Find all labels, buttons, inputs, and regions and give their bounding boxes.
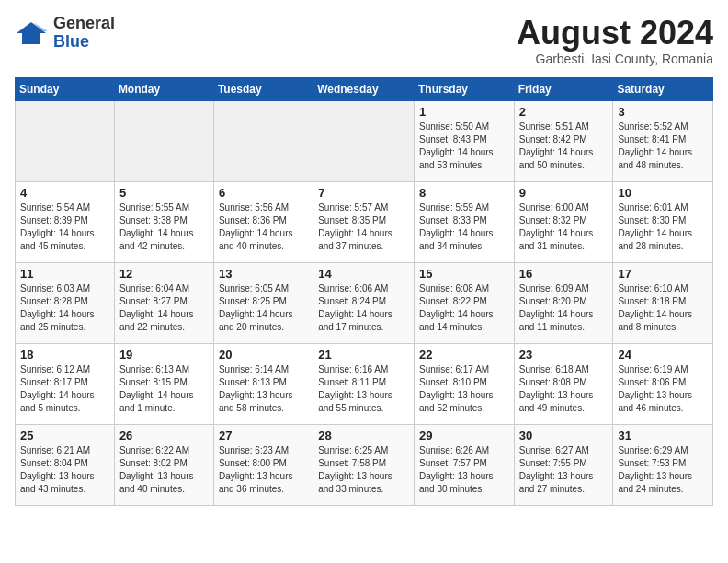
day-number: 18 [20, 348, 109, 362]
weekday-wednesday: Wednesday [313, 77, 415, 100]
calendar-cell: 31Sunrise: 6:29 AM Sunset: 7:53 PM Dayli… [613, 424, 713, 505]
page-header: General Blue August 2024 Garbesti, Iasi … [15, 15, 713, 66]
day-number: 15 [419, 267, 509, 281]
day-info: Sunrise: 6:22 AM Sunset: 8:02 PM Dayligh… [119, 444, 209, 496]
day-number: 2 [519, 105, 609, 119]
day-info: Sunrise: 6:18 AM Sunset: 8:08 PM Dayligh… [519, 363, 609, 415]
logo-general-text: General [53, 14, 115, 32]
day-number: 11 [20, 267, 109, 281]
day-info: Sunrise: 6:03 AM Sunset: 8:28 PM Dayligh… [20, 282, 109, 334]
day-info: Sunrise: 5:54 AM Sunset: 8:39 PM Dayligh… [20, 201, 109, 253]
calendar-cell: 10Sunrise: 6:01 AM Sunset: 8:30 PM Dayli… [613, 181, 713, 262]
day-info: Sunrise: 6:19 AM Sunset: 8:06 PM Dayligh… [618, 363, 708, 415]
day-number: 28 [318, 429, 409, 442]
calendar-cell [213, 100, 313, 181]
weekday-friday: Friday [514, 77, 613, 100]
calendar-cell: 2Sunrise: 5:51 AM Sunset: 8:42 PM Daylig… [514, 100, 613, 181]
weekday-tuesday: Tuesday [213, 77, 313, 100]
calendar-cell: 24Sunrise: 6:19 AM Sunset: 8:06 PM Dayli… [613, 343, 713, 424]
week-row-3: 11Sunrise: 6:03 AM Sunset: 8:28 PM Dayli… [16, 262, 713, 343]
day-info: Sunrise: 6:05 AM Sunset: 8:25 PM Dayligh… [219, 282, 308, 334]
day-info: Sunrise: 5:55 AM Sunset: 8:38 PM Dayligh… [119, 201, 209, 253]
weekday-sunday: Sunday [16, 77, 115, 100]
week-row-4: 18Sunrise: 6:12 AM Sunset: 8:17 PM Dayli… [16, 343, 713, 424]
day-number: 5 [119, 186, 209, 200]
day-number: 1 [419, 105, 509, 119]
day-info: Sunrise: 6:21 AM Sunset: 8:04 PM Dayligh… [20, 444, 109, 496]
calendar-cell [114, 100, 213, 181]
day-info: Sunrise: 5:59 AM Sunset: 8:33 PM Dayligh… [419, 201, 509, 253]
calendar-cell: 30Sunrise: 6:27 AM Sunset: 7:55 PM Dayli… [514, 424, 613, 505]
day-info: Sunrise: 5:50 AM Sunset: 8:43 PM Dayligh… [419, 121, 509, 172]
day-number: 27 [219, 429, 308, 442]
day-number: 17 [618, 267, 708, 281]
calendar-cell [313, 100, 415, 181]
day-number: 22 [419, 348, 509, 362]
calendar-cell: 6Sunrise: 5:56 AM Sunset: 8:36 PM Daylig… [213, 181, 313, 262]
calendar-cell: 13Sunrise: 6:05 AM Sunset: 8:25 PM Dayli… [213, 262, 313, 343]
day-number: 21 [318, 348, 409, 362]
day-number: 30 [519, 429, 609, 442]
day-number: 12 [119, 267, 209, 281]
day-info: Sunrise: 5:57 AM Sunset: 8:35 PM Dayligh… [318, 201, 409, 253]
day-info: Sunrise: 6:13 AM Sunset: 8:15 PM Dayligh… [119, 363, 209, 415]
calendar-cell: 28Sunrise: 6:25 AM Sunset: 7:58 PM Dayli… [313, 424, 415, 505]
calendar-cell: 26Sunrise: 6:22 AM Sunset: 8:02 PM Dayli… [114, 424, 213, 505]
day-info: Sunrise: 6:17 AM Sunset: 8:10 PM Dayligh… [419, 363, 509, 415]
calendar-cell: 21Sunrise: 6:16 AM Sunset: 8:11 PM Dayli… [313, 343, 415, 424]
calendar-cell: 7Sunrise: 5:57 AM Sunset: 8:35 PM Daylig… [313, 181, 415, 262]
calendar-table: SundayMondayTuesdayWednesdayThursdayFrid… [15, 77, 713, 506]
calendar-cell: 29Sunrise: 6:26 AM Sunset: 7:57 PM Dayli… [414, 424, 514, 505]
week-row-2: 4Sunrise: 5:54 AM Sunset: 8:39 PM Daylig… [16, 181, 713, 262]
calendar-subtitle: Garbesti, Iasi County, Romania [517, 52, 713, 66]
day-info: Sunrise: 6:00 AM Sunset: 8:32 PM Dayligh… [519, 201, 609, 253]
day-number: 14 [318, 267, 409, 281]
calendar-cell: 23Sunrise: 6:18 AM Sunset: 8:08 PM Dayli… [514, 343, 613, 424]
logo-icon [15, 20, 48, 46]
calendar-cell: 8Sunrise: 5:59 AM Sunset: 8:33 PM Daylig… [414, 181, 514, 262]
title-area: August 2024 Garbesti, Iasi County, Roman… [517, 15, 713, 66]
day-number: 24 [618, 348, 708, 362]
logo-blue-text: Blue [53, 32, 89, 51]
calendar-cell: 19Sunrise: 6:13 AM Sunset: 8:15 PM Dayli… [114, 343, 213, 424]
day-number: 19 [119, 348, 209, 362]
week-row-1: 1Sunrise: 5:50 AM Sunset: 8:43 PM Daylig… [16, 100, 713, 181]
calendar-cell: 3Sunrise: 5:52 AM Sunset: 8:41 PM Daylig… [613, 100, 713, 181]
day-number: 9 [519, 186, 609, 200]
day-info: Sunrise: 5:51 AM Sunset: 8:42 PM Dayligh… [519, 121, 609, 172]
day-number: 23 [519, 348, 609, 362]
day-info: Sunrise: 6:04 AM Sunset: 8:27 PM Dayligh… [119, 282, 209, 334]
day-info: Sunrise: 6:06 AM Sunset: 8:24 PM Dayligh… [318, 282, 409, 334]
day-number: 10 [618, 186, 708, 200]
day-info: Sunrise: 6:14 AM Sunset: 8:13 PM Dayligh… [219, 363, 308, 415]
day-info: Sunrise: 6:23 AM Sunset: 8:00 PM Dayligh… [219, 444, 308, 496]
day-number: 7 [318, 186, 409, 200]
calendar-cell: 9Sunrise: 6:00 AM Sunset: 8:32 PM Daylig… [514, 181, 613, 262]
calendar-cell: 1Sunrise: 5:50 AM Sunset: 8:43 PM Daylig… [414, 100, 514, 181]
day-info: Sunrise: 6:26 AM Sunset: 7:57 PM Dayligh… [419, 444, 509, 496]
day-number: 16 [519, 267, 609, 281]
calendar-cell: 16Sunrise: 6:09 AM Sunset: 8:20 PM Dayli… [514, 262, 613, 343]
weekday-saturday: Saturday [613, 77, 713, 100]
logo: General Blue [15, 15, 115, 52]
day-number: 3 [618, 105, 708, 119]
day-number: 26 [119, 429, 209, 442]
calendar-cell: 27Sunrise: 6:23 AM Sunset: 8:00 PM Dayli… [213, 424, 313, 505]
calendar-cell: 11Sunrise: 6:03 AM Sunset: 8:28 PM Dayli… [16, 262, 115, 343]
week-row-5: 25Sunrise: 6:21 AM Sunset: 8:04 PM Dayli… [16, 424, 713, 505]
calendar-cell: 15Sunrise: 6:08 AM Sunset: 8:22 PM Dayli… [414, 262, 514, 343]
calendar-cell: 25Sunrise: 6:21 AM Sunset: 8:04 PM Dayli… [16, 424, 115, 505]
calendar-cell: 20Sunrise: 6:14 AM Sunset: 8:13 PM Dayli… [213, 343, 313, 424]
weekday-monday: Monday [114, 77, 213, 100]
day-number: 25 [20, 429, 109, 442]
calendar-title: August 2024 [517, 15, 713, 52]
day-number: 31 [618, 429, 708, 442]
day-number: 4 [20, 186, 109, 200]
calendar-cell: 5Sunrise: 5:55 AM Sunset: 8:38 PM Daylig… [114, 181, 213, 262]
day-info: Sunrise: 6:09 AM Sunset: 8:20 PM Dayligh… [519, 282, 609, 334]
weekday-header-row: SundayMondayTuesdayWednesdayThursdayFrid… [16, 77, 713, 100]
day-number: 20 [219, 348, 308, 362]
day-info: Sunrise: 6:16 AM Sunset: 8:11 PM Dayligh… [318, 363, 409, 415]
day-info: Sunrise: 5:56 AM Sunset: 8:36 PM Dayligh… [219, 201, 308, 253]
day-info: Sunrise: 6:10 AM Sunset: 8:18 PM Dayligh… [618, 282, 708, 334]
